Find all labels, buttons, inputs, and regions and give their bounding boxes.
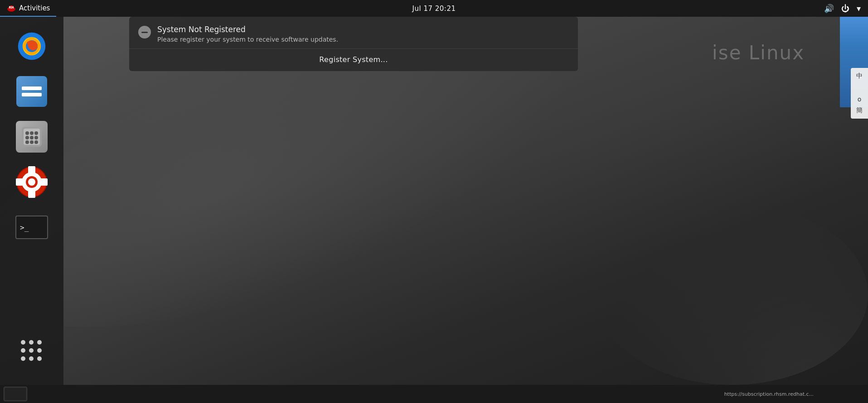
notification-body: System Not Registered Please register yo… — [157, 25, 569, 43]
settings-dropdown-icon[interactable]: ▾ — [854, 4, 863, 13]
ime-char-zhong[interactable]: 中 — [851, 71, 868, 82]
dot — [37, 356, 42, 361]
ime-char-jian[interactable]: 簡 — [851, 105, 868, 116]
terminal-prompt: >_ — [20, 223, 29, 232]
power-icon[interactable]: ⏻ — [839, 4, 852, 13]
sidebar-item-files[interactable] — [11, 71, 52, 112]
dot — [29, 356, 34, 361]
dot — [37, 340, 42, 345]
dot — [29, 340, 34, 345]
svg-point-17 — [34, 140, 38, 144]
dot — [21, 356, 25, 361]
sidebar-dock: >_ — [0, 17, 63, 385]
notification-divider — [129, 48, 578, 49]
firefox-icon — [15, 30, 48, 62]
redhat-icon: RH — [6, 3, 16, 13]
terminal-icon: >_ — [15, 216, 48, 239]
show-apps-icon — [21, 340, 43, 362]
filemanager-icon — [16, 76, 47, 107]
notification-subtitle: Please register your system to receive s… — [157, 36, 569, 43]
topbar-right-icons: 🔊 ⏻ ▾ — [821, 0, 868, 17]
fm-drawer-bottom — [22, 93, 42, 96]
svg-point-9 — [25, 131, 29, 135]
svg-point-24 — [28, 178, 35, 186]
dot — [21, 340, 25, 345]
svg-point-12 — [25, 136, 29, 139]
notification-popup: System Not Registered Please register yo… — [129, 17, 578, 71]
taskbar-item-terminal[interactable] — [4, 387, 27, 401]
svg-point-16 — [30, 140, 34, 144]
enterprise-linux-text: ise Linux — [712, 42, 805, 64]
svg-point-15 — [25, 140, 29, 144]
dot — [29, 348, 34, 353]
activities-button[interactable]: RH Activities — [0, 0, 56, 17]
sidebar-item-terminal[interactable]: >_ — [11, 207, 52, 248]
sidebar-item-help[interactable] — [11, 162, 52, 202]
software-icon — [16, 121, 48, 153]
topbar: RH Activities Jul 17 20:21 🔊 ⏻ ▾ — [0, 0, 868, 17]
taskbar-url: https://subscription.rhsm.redhat.c... — [724, 391, 814, 397]
register-system-button[interactable]: Register System... — [319, 54, 388, 65]
topbar-clock: Jul 17 20:21 — [412, 5, 456, 13]
desktop: ise Linux — [0, 17, 868, 385]
ime-char-omikron[interactable]: ο — [851, 94, 868, 104]
svg-point-14 — [34, 136, 38, 139]
dot — [37, 348, 42, 353]
notification-title: System Not Registered — [157, 25, 569, 34]
svg-point-11 — [34, 131, 38, 135]
svg-text:RH: RH — [9, 5, 14, 9]
sidebar-item-firefox[interactable] — [11, 26, 52, 67]
notification-icon — [138, 26, 151, 38]
sidebar-item-software[interactable] — [11, 116, 52, 157]
dot — [21, 348, 25, 353]
ime-char-yo[interactable]: ゝ — [851, 82, 868, 93]
sidebar-item-show-apps[interactable] — [11, 331, 52, 371]
svg-rect-26 — [141, 32, 148, 33]
ime-panel: 中 ゝ ο 簡 — [851, 68, 868, 119]
help-icon — [16, 166, 48, 198]
svg-point-10 — [30, 131, 34, 135]
fm-drawer-top — [22, 86, 42, 90]
notification-footer: Register System... — [129, 54, 578, 71]
svg-point-13 — [30, 136, 34, 139]
volume-icon[interactable]: 🔊 — [821, 4, 837, 13]
taskbar: https://subscription.rhsm.redhat.c... — [0, 385, 868, 403]
notification-header: System Not Registered Please register yo… — [129, 17, 578, 48]
taskbar-preview — [5, 388, 26, 400]
activities-label: Activities — [19, 4, 50, 12]
